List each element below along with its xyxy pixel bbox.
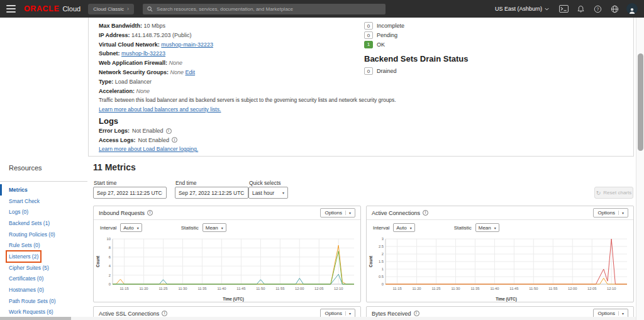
search-input[interactable]: Search resources, services, documentatio… [143, 4, 386, 14]
field-label: Type: [99, 79, 113, 85]
traffic-note: Traffic between this load balancer and i… [99, 96, 394, 105]
status-row: 0Incomplete [364, 21, 468, 31]
info-icon[interactable]: i [414, 311, 419, 316]
svg-text:?: ? [597, 6, 599, 11]
profile-avatar[interactable] [626, 3, 638, 14]
field-label: Virtual Cloud Network: [99, 41, 160, 48]
vertical-scrollbar-thumb[interactable] [638, 53, 643, 151]
chart-plot: 024681011:1511:2011:2511:3011:3511:4011:… [94, 235, 360, 302]
menu-icon[interactable] [6, 5, 16, 13]
horizontal-scrollbar[interactable] [0, 317, 636, 320]
statistic-select[interactable]: Mean▾ [475, 223, 499, 232]
statistic-label: Statistic [454, 225, 472, 231]
statistic-value: Mean [479, 225, 491, 231]
chart-title-text: Bytes Received [372, 311, 411, 317]
svg-text:2.5: 2.5 [379, 245, 384, 248]
start-time-input[interactable]: Sep 27, 2022 11:12:25 UTC [93, 187, 167, 199]
svg-text:11:20: 11:20 [413, 287, 421, 290]
backend-status-list: 0Incomplete0Pending1OK [364, 21, 468, 49]
learn-security-link[interactable]: Learn more about load balancers and secu… [99, 105, 394, 114]
status-count-badge: 0 [364, 31, 373, 39]
logs-heading: Logs [99, 116, 394, 126]
sidebar-item-cipher-suites-5[interactable]: Cipher Suites (5) [0, 262, 87, 273]
statistic-select[interactable]: Mean▾ [203, 223, 226, 232]
log-field: Access Logs:Not Enabledi [99, 136, 394, 145]
status-count-badge: 0 [364, 22, 373, 30]
svg-text:11:50: 11:50 [529, 287, 538, 290]
sidebar-item-listeners-2[interactable]: Listeners (2) [0, 251, 87, 262]
sidebar-item-certificates-0[interactable]: Certificates (0) [0, 273, 87, 285]
resources-heading: Resources [9, 164, 42, 172]
sidebar-item-metrics[interactable]: Metrics [0, 184, 87, 196]
chevron-down-icon: ▾ [282, 190, 284, 195]
options-button[interactable]: Options▾ [593, 208, 628, 218]
notifications-bell-icon[interactable] [575, 3, 587, 15]
edit-link[interactable]: Edit [186, 69, 196, 75]
chevron-down-icon: ▾ [345, 211, 351, 215]
help-icon[interactable]: ? [592, 3, 604, 15]
sidebar-item-hostnames-0[interactable]: Hostnames (0) [0, 284, 87, 295]
interval-select[interactable]: Auto▾ [393, 223, 414, 232]
cloud-wordmark: Cloud [62, 5, 80, 13]
options-label: Options [597, 210, 615, 216]
cloud-classic-label: Cloud Classic [93, 6, 124, 12]
info-icon[interactable]: i [172, 137, 177, 143]
detail-field: Network Security Groups: None Edit [99, 68, 394, 77]
end-time-input[interactable]: Sep 27, 2022 12:12:25 UTC [175, 187, 248, 199]
info-icon[interactable]: i [147, 210, 153, 216]
options-button[interactable]: Options▾ [320, 208, 355, 218]
chevron-down-icon: ▾ [618, 311, 624, 316]
lb-logging-link[interactable]: Learn more about Load Balancer logging. [99, 145, 394, 154]
svg-text:12:00: 12:00 [295, 287, 304, 290]
reset-charts-button[interactable]: ↻ Reset charts [594, 187, 633, 199]
chart-card-inbound-requests: Inbound RequestsiOptions▾IntervalAuto▾St… [93, 206, 361, 302]
svg-text:11:55: 11:55 [275, 287, 284, 290]
svg-text:3: 3 [382, 237, 384, 241]
sidebar-item-logs-0[interactable]: Logs (0) [0, 206, 87, 218]
field-value: Not Enabled [132, 126, 164, 135]
sidebar-item-smart-check[interactable]: Smart Check [0, 196, 87, 207]
chart-card-header: Active ConnectionsiOptions▾ [367, 206, 633, 220]
field-value: None [136, 88, 150, 94]
sidebar-item-work-requests-6[interactable]: Work Requests (6) [0, 307, 87, 318]
search-icon [147, 6, 153, 12]
svg-text:11:45: 11:45 [509, 287, 518, 290]
end-time-value: Sep 27, 2022 12:12:25 UTC [179, 190, 244, 196]
info-icon[interactable]: i [423, 210, 428, 216]
sidebar-item-path-route-sets-0[interactable]: Path Route Sets (0) [0, 295, 87, 307]
horizontal-scrollbar-thumb[interactable] [0, 317, 71, 320]
field-value-link[interactable]: mushop-main-32223 [161, 41, 213, 48]
svg-text:12:10: 12:10 [607, 287, 616, 290]
sidebar-item-rule-sets-0[interactable]: Rule Sets (0) [0, 240, 87, 251]
chart-title-text: Active Connections [372, 210, 420, 216]
status-label: OK [377, 41, 385, 48]
svg-text:11:25: 11:25 [158, 287, 167, 290]
info-icon[interactable]: i [162, 311, 167, 316]
sidebar-item-label: Routing Policies (0) [9, 231, 55, 238]
cloud-classic-button[interactable]: Cloud Classic › [88, 4, 134, 14]
svg-text:11:45: 11:45 [236, 287, 245, 290]
field-value-link[interactable]: mushop-lb-32223 [121, 50, 165, 57]
sidebar-item-backend-sets-1[interactable]: Backend Sets (1) [0, 218, 87, 229]
log-field: Error Logs:Not Enabledi [99, 126, 394, 135]
interval-select[interactable]: Auto▾ [120, 223, 142, 232]
sidebar-item-label: Listeners (2) [9, 253, 38, 260]
region-selector[interactable]: US East (Ashburn) [495, 6, 549, 12]
series-green [113, 251, 354, 284]
field-value: 10 Mbps [144, 23, 166, 29]
svg-text:11:30: 11:30 [451, 287, 460, 290]
field-label: Access Logs: [99, 136, 136, 145]
status-count-badge: 1 [364, 41, 373, 48]
language-globe-icon[interactable] [609, 3, 621, 15]
oracle-cloud-logo[interactable]: ORACLE Cloud [24, 4, 80, 13]
sidebar-item-label: Backend Sets (1) [9, 220, 50, 226]
cloud-shell-icon[interactable] [558, 3, 570, 15]
statistic-value: Mean [206, 225, 218, 231]
info-icon[interactable]: i [166, 128, 172, 134]
sidebar-item-routing-policies-0[interactable]: Routing Policies (0) [0, 229, 87, 240]
detail-field: Max Bandwidth: 10 Mbps [99, 21, 394, 31]
quick-selects-dropdown[interactable]: Last hour ▾ [248, 187, 288, 199]
region-label: US East (Ashburn) [495, 6, 542, 12]
vertical-scrollbar[interactable] [636, 18, 644, 320]
chevron-down-icon: ▾ [137, 226, 139, 230]
